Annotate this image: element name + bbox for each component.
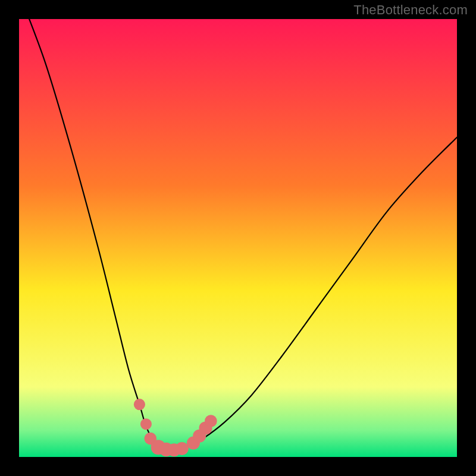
watermark-text: TheBottleneck.com: [353, 2, 468, 18]
data-marker: [140, 418, 152, 430]
gradient-background: [19, 19, 457, 457]
chart-frame: [19, 19, 457, 457]
data-marker: [134, 399, 145, 410]
data-marker: [205, 415, 217, 427]
bottleneck-chart: [19, 19, 457, 457]
data-marker: [176, 442, 189, 455]
